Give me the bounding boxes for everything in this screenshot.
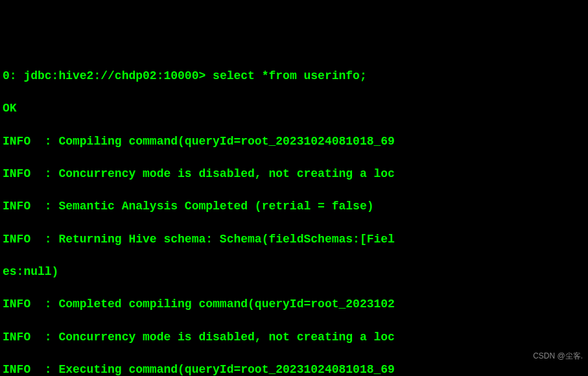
prompt-prefix: 0: jdbc:hive2://chdp02:10000> <box>3 69 206 82</box>
prompt-line: 0: jdbc:hive2://chdp02:10000> select *fr… <box>3 68 585 84</box>
ok-line: OK <box>3 100 585 117</box>
log-line: INFO : Completed compiling command(query… <box>3 296 585 312</box>
log-line: INFO : Compiling command(queryId=root_20… <box>3 134 585 150</box>
log-line: INFO : Executing command(queryId=root_20… <box>3 362 585 376</box>
log-line: INFO : Concurrency mode is disabled, not… <box>3 166 585 182</box>
watermark: CSDN @尘客. <box>533 351 583 362</box>
log-line: INFO : Returning Hive schema: Schema(fie… <box>3 231 585 248</box>
sql-query: select *from userinfo; <box>213 69 367 82</box>
log-line: INFO : Concurrency mode is disabled, not… <box>3 329 585 346</box>
log-line: INFO : Semantic Analysis Completed (retr… <box>3 198 585 215</box>
log-line: es:null) <box>3 264 585 280</box>
